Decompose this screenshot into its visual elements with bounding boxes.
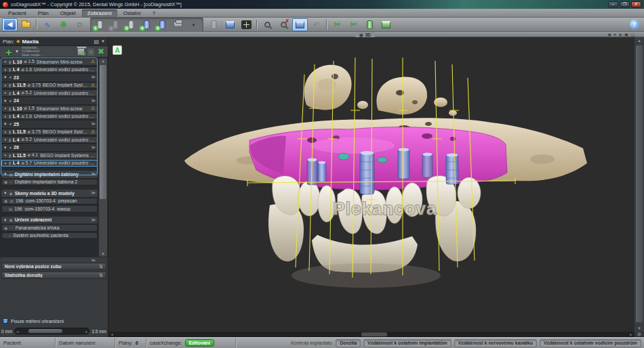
collapse-caret-icon[interactable]: ▼	[3, 172, 7, 176]
visibility-eye-icon[interactable]: ●	[4, 106, 7, 110]
back-button[interactable]: ◀	[2, 18, 18, 31]
implant-row[interactable]: ●▮L 10⌀ 1.5Straumann Mini-screw⚠	[1, 58, 98, 66]
implant-row[interactable]: ●▮L 4⌀ 1.6Univerzální vodicí pouzdro Vir…	[1, 113, 98, 121]
maximize-button[interactable]: ❐	[620, 1, 630, 7]
expander-nen-vybr-na-pozice-zubu[interactable]: Není vybrána pozice zubu⇅	[1, 263, 106, 270]
marker-icon[interactable]: ◈	[619, 32, 622, 37]
spin-control[interactable]: ⇅	[99, 264, 103, 269]
viewport-vscrollbar[interactable]: ▲ ▼	[635, 37, 644, 332]
visibility-eye-icon[interactable]: ●	[4, 161, 7, 165]
bone-segment-button[interactable]	[378, 18, 394, 31]
visibility-eye-icon[interactable]: ●	[4, 114, 7, 118]
chevrons-icon[interactable]: ≫	[91, 171, 96, 177]
select-3d-button[interactable]	[292, 18, 308, 31]
implant-group-25[interactable]: ▼●25≫	[1, 121, 98, 128]
cut-bone-button[interactable]: ✂	[329, 18, 345, 31]
visibility-eye-icon[interactable]: ●	[9, 122, 12, 126]
add-implant-button[interactable]	[206, 18, 222, 31]
add-item-button[interactable]: ＋	[3, 47, 14, 57]
scrollbar-thumb[interactable]	[100, 65, 106, 199]
tree-scrollbar[interactable]: ▲ ▼	[99, 58, 107, 257]
visibility-eye-icon[interactable]: ●	[4, 83, 7, 87]
section-digit-ln-implanta-n-ablony[interactable]: ▼◉Digitální implantační šablony≫	[1, 171, 98, 178]
visibility-eye-icon[interactable]: ●	[9, 99, 12, 103]
visibility-eye-icon[interactable]: ◉	[4, 179, 7, 184]
visibility-eye-icon[interactable]: ◉	[9, 172, 12, 177]
step-1-button[interactable]: 1	[92, 18, 108, 31]
snapshot-icon[interactable]: ▣	[624, 32, 628, 37]
list-item-196-com-150703-4-prepscan[interactable]: ◉▤196_com-150703-4_prepscan	[1, 198, 98, 205]
collapse-caret-icon[interactable]: ▼	[3, 191, 7, 195]
print-dropdown[interactable]: ▾	[186, 18, 201, 31]
open-patient-button[interactable]	[18, 18, 34, 31]
viewport-3d[interactable]: Plekancova A	[108, 37, 635, 332]
expander-statistika-density[interactable]: Statistika density⇅	[1, 271, 106, 279]
implant-row[interactable]: ●▮L 10⌀ 1.5Straumann Mini-screw⚠	[1, 105, 98, 112]
implant-group-23[interactable]: ▼●23≫	[1, 74, 98, 81]
delete-measure-button[interactable]	[276, 18, 291, 31]
visibility-eye-icon[interactable]: ●	[4, 60, 7, 64]
implant-group-26[interactable]: ▼●26≫	[1, 144, 98, 152]
undo-button[interactable]: ↶	[308, 18, 324, 31]
step-2-button[interactable]: 2	[108, 18, 123, 31]
visibility-eye-icon[interactable]: ◉	[9, 191, 12, 196]
visibility-eye-icon[interactable]: ◉	[9, 217, 12, 222]
scroll-down-icon[interactable]: ▼	[99, 251, 107, 257]
check-button-vzd-lenost-k-ostatn-m-vodic-m-pouzdr-m[interactable]: Vzdálenost k ostatním vodicím pouzdrům	[540, 339, 641, 347]
slider-thumb[interactable]	[28, 329, 62, 333]
implant-row[interactable]: ●▮L 4⌀ 5.7Univerzální vodicí pouzdro BE.…	[1, 160, 98, 167]
visibility-eye-icon[interactable]: ◉	[4, 225, 7, 230]
slider-track[interactable]: ◂ ▸	[14, 328, 89, 334]
collapse-caret-icon[interactable]: ▼	[3, 146, 7, 150]
coordinate-axes-button[interactable]	[239, 18, 254, 31]
visibility-eye-icon[interactable]: ●	[4, 137, 7, 142]
list-item-syst-m-sou-ednic-pacienta[interactable]: ○+Systém souřednic pacienta	[1, 232, 98, 240]
scrollbar-thumb[interactable]	[361, 332, 387, 336]
step-5-button[interactable]: 5	[155, 18, 170, 31]
visibility-eye-icon[interactable]: ◉	[4, 198, 7, 203]
menu-zobrazen[interactable]: Zobrazení	[82, 9, 117, 17]
scroll-left-icon[interactable]: ◂	[108, 332, 115, 337]
implant-row[interactable]: ●▮L 11.5⌀ 3.75BEGO Implant System...⚠	[1, 129, 98, 136]
chevrons-icon[interactable]: ≫	[91, 145, 96, 150]
chevrons-icon[interactable]: ≫	[91, 98, 96, 104]
archive-button[interactable]: ⊕	[56, 18, 71, 31]
cut-model-button[interactable]: ✂	[346, 18, 361, 31]
collapse-caret-icon[interactable]: ▼	[3, 99, 7, 103]
scroll-up-icon[interactable]: ▲	[635, 37, 644, 44]
step-4-button[interactable]: 4	[139, 18, 155, 31]
visibility-eye-icon[interactable]: ●	[4, 68, 7, 72]
scroll-right-icon[interactable]: ▸	[628, 332, 635, 337]
scroll-up-icon[interactable]: ▲	[99, 58, 107, 64]
drill-template-button[interactable]	[362, 18, 378, 31]
minimize-button[interactable]: ─	[608, 1, 618, 7]
chevrons-icon[interactable]: ≫	[91, 74, 96, 80]
implant-row[interactable]: ●▮L 4⌀ 1.6Univerzální vodicí pouzdro Vir…	[1, 66, 98, 74]
chevrons-icon[interactable]: ≫	[91, 121, 96, 127]
delete-item-button[interactable]	[77, 47, 85, 56]
list-item-panaramatick-k-ivka[interactable]: ◉◠Panaramatická křivka	[1, 224, 98, 232]
add-item-caret[interactable]: ▼	[15, 49, 19, 53]
layout-icon[interactable]: ◻	[631, 32, 635, 37]
spin-control[interactable]: ⇅	[99, 273, 103, 278]
print-button[interactable]	[170, 18, 186, 31]
list-view-button[interactable]: ▤	[94, 39, 99, 45]
implant-group-24[interactable]: ▼●24≫	[1, 97, 98, 105]
visibility-eye-icon[interactable]: ●	[4, 153, 7, 157]
collapse-caret-icon[interactable]: ▼	[3, 218, 7, 222]
visibility-eye-icon[interactable]: ●	[4, 130, 7, 134]
visibility-eye-icon[interactable]: ○	[4, 234, 7, 238]
menu-pacient[interactable]: Pacient	[3, 9, 32, 17]
scroll-down-icon[interactable]: ▼	[635, 325, 644, 332]
check-button-denzita[interactable]: Denzita	[336, 339, 361, 347]
implant-row[interactable]: ●▮L 11.5⌀ 4.1BEGO Implant Systems BE...	[1, 152, 98, 159]
dental-3d-model[interactable]: Plekancova	[108, 37, 635, 332]
visibility-eye-icon[interactable]: ●	[9, 75, 12, 79]
validate-button[interactable]: ▣	[87, 47, 95, 56]
menu-objekt[interactable]: Objekt	[55, 9, 81, 17]
menu-ostatn[interactable]: Ostatní	[118, 9, 146, 17]
view-a-button[interactable]: A	[113, 45, 122, 55]
implant-row[interactable]: ●▮L 11.5⌀ 3.75BEGO Implant System...⚠	[1, 82, 98, 89]
step-3-button[interactable]: 3	[123, 18, 139, 31]
list-item-digit-ln-implanta-n-ablona-2[interactable]: ◉∩Digitální implantační šablona 2	[1, 179, 98, 186]
